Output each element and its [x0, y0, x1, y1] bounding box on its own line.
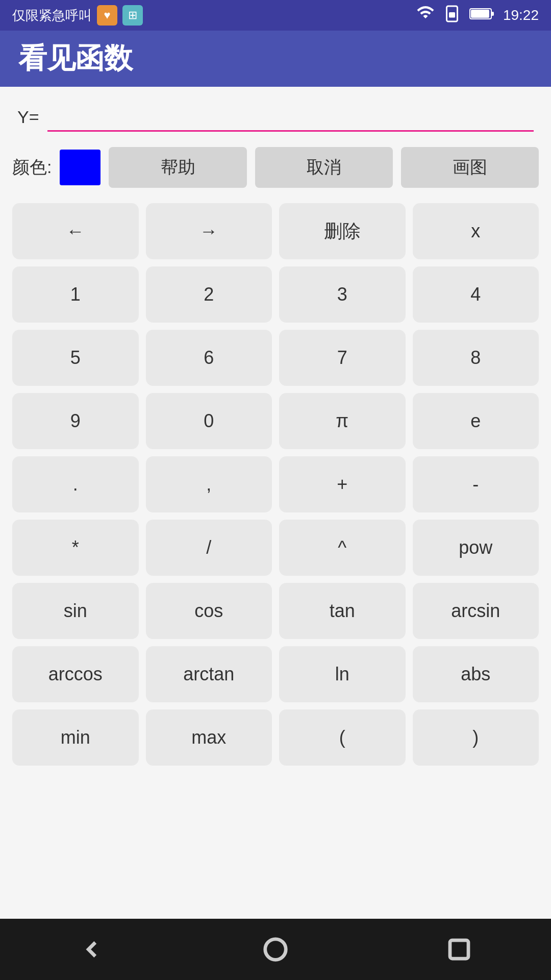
draw-button[interactable]: 画图	[401, 147, 539, 188]
color-swatch[interactable]	[60, 150, 101, 185]
time-display: 19:22	[503, 7, 539, 23]
main-content: Y= 颜色: 帮助 取消 画图 ←→删除x1234567890πe.,+-*/^…	[0, 87, 551, 919]
key-e[interactable]: e	[413, 393, 539, 449]
key-2[interactable]: 2	[146, 266, 272, 323]
recents-nav-button[interactable]	[441, 932, 477, 967]
key-x[interactable]: x	[413, 203, 539, 259]
key-8[interactable]: 8	[413, 330, 539, 386]
cancel-button[interactable]: 取消	[255, 147, 393, 188]
key-6[interactable]: 6	[146, 330, 272, 386]
key-comma[interactable]: ,	[146, 456, 272, 512]
key-pow[interactable]: pow	[413, 520, 539, 576]
grid-icon: ⊞	[122, 5, 143, 26]
key-abs[interactable]: abs	[413, 646, 539, 702]
keyboard: ←→删除x1234567890πe.,+-*/^powsincostanarcs…	[12, 203, 539, 776]
key-plus[interactable]: +	[279, 456, 406, 512]
battery-icon	[469, 6, 495, 25]
svg-rect-6	[450, 940, 468, 959]
key-3[interactable]: 3	[279, 266, 406, 323]
key-tan[interactable]: tan	[279, 583, 406, 639]
controls-row: 颜色: 帮助 取消 画图	[12, 147, 539, 188]
key-0[interactable]: 0	[146, 393, 272, 449]
help-button[interactable]: 帮助	[109, 147, 246, 188]
key-divide[interactable]: /	[146, 520, 272, 576]
home-nav-button[interactable]	[258, 932, 293, 967]
key-cos[interactable]: cos	[146, 583, 272, 639]
key-7[interactable]: 7	[279, 330, 406, 386]
key-left[interactable]: ←	[12, 203, 139, 259]
status-left: 仅限紧急呼叫 ♥ ⊞	[12, 5, 143, 26]
key-1[interactable]: 1	[12, 266, 139, 323]
key-lparen[interactable]: (	[279, 709, 406, 766]
key-delete[interactable]: 删除	[279, 203, 406, 259]
formula-input[interactable]	[47, 102, 534, 132]
svg-rect-1	[449, 12, 455, 18]
key-pi[interactable]: π	[279, 393, 406, 449]
heart-icon: ♥	[97, 5, 117, 26]
wifi-icon	[416, 5, 435, 27]
key-right[interactable]: →	[146, 203, 272, 259]
key-dot[interactable]: .	[12, 456, 139, 512]
status-bar: 仅限紧急呼叫 ♥ ⊞ 19:22	[0, 0, 551, 31]
key-sin[interactable]: sin	[12, 583, 139, 639]
app-header: 看见函数	[0, 31, 551, 87]
key-multiply[interactable]: *	[12, 520, 139, 576]
nav-bar	[0, 919, 551, 980]
key-4[interactable]: 4	[413, 266, 539, 323]
emergency-text: 仅限紧急呼叫	[12, 7, 92, 24]
sim-icon	[443, 5, 461, 27]
status-right: 19:22	[416, 5, 539, 27]
key-max[interactable]: max	[146, 709, 272, 766]
svg-rect-3	[491, 12, 494, 16]
key-power[interactable]: ^	[279, 520, 406, 576]
color-label: 颜色:	[12, 156, 52, 179]
key-minus[interactable]: -	[413, 456, 539, 512]
svg-rect-4	[471, 10, 489, 18]
key-ln[interactable]: ln	[279, 646, 406, 702]
key-arccos[interactable]: arccos	[12, 646, 139, 702]
key-arctan[interactable]: arctan	[146, 646, 272, 702]
key-5[interactable]: 5	[12, 330, 139, 386]
key-min[interactable]: min	[12, 709, 139, 766]
input-label: Y=	[17, 107, 39, 127]
app-title: 看见函数	[18, 39, 133, 78]
input-row: Y=	[12, 102, 539, 132]
key-9[interactable]: 9	[12, 393, 139, 449]
back-nav-button[interactable]	[74, 932, 110, 967]
svg-point-5	[265, 939, 286, 960]
key-arcsin[interactable]: arcsin	[413, 583, 539, 639]
key-rparen[interactable]: )	[413, 709, 539, 766]
